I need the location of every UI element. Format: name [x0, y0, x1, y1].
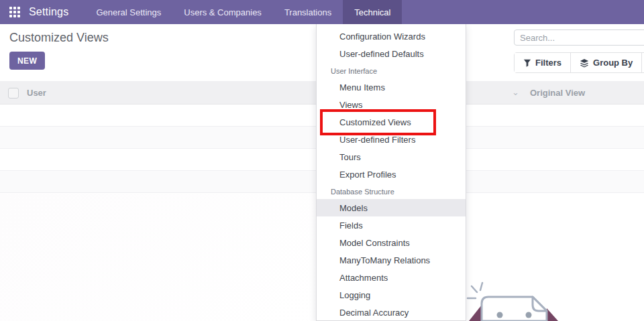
filters-label: Filters	[535, 58, 561, 68]
menu-item-configuration-wizards[interactable]: Configuration Wizards	[317, 27, 466, 45]
column-header-original-view[interactable]: Original View	[530, 81, 585, 105]
page-title: Customized Views	[9, 31, 109, 45]
apps-grid-icon[interactable]	[9, 7, 20, 17]
mascot-eye	[497, 312, 503, 318]
menu-item-export-profiles[interactable]: Export Profiles	[317, 166, 466, 183]
menu-item-manytomany-relations[interactable]: ManyToMany Relations	[317, 251, 466, 269]
group-by-button[interactable]: Group By	[571, 53, 642, 72]
menu-item-attachments[interactable]: Attachments	[317, 269, 466, 286]
nav-menu-general-settings[interactable]: General Settings	[85, 0, 172, 24]
menu-item-user-defined-defaults[interactable]: User-defined Defaults	[317, 45, 466, 62]
mascot-eye	[526, 312, 532, 318]
filter-toolbar: Filters Group By F	[514, 52, 644, 73]
nav-menu-translations[interactable]: Translations	[273, 0, 343, 24]
document-mascot-illustration	[466, 268, 567, 321]
mascot-right-ear	[547, 308, 558, 321]
menu-item-customized-views[interactable]: Customized Views	[317, 113, 466, 131]
mascot-folded-corner	[533, 297, 547, 311]
navbar-menus: General SettingsUsers & CompaniesTransla…	[85, 0, 402, 24]
menu-item-model-constraints[interactable]: Model Constraints	[317, 234, 466, 251]
menu-item-user-defined-filters[interactable]: User-defined Filters	[317, 131, 466, 148]
menu-item-tours[interactable]: Tours	[317, 148, 466, 166]
menu-item-models[interactable]: Models	[317, 199, 466, 216]
menu-section-database-structure: Database Structure	[317, 184, 466, 199]
layers-icon	[580, 58, 589, 68]
column-header-user[interactable]: User	[27, 81, 46, 105]
menu-section-user-interface: User Interface	[317, 64, 466, 78]
app-name[interactable]: Settings	[29, 6, 68, 18]
search-input[interactable]	[514, 29, 644, 46]
menu-item-fields[interactable]: Fields	[317, 216, 466, 234]
new-button[interactable]: NEW	[9, 52, 45, 70]
top-navbar: Settings General SettingsUsers & Compani…	[0, 0, 644, 24]
chevron-down-icon[interactable]: ⌄	[512, 87, 519, 97]
menu-item-logging[interactable]: Logging	[317, 286, 466, 304]
menu-item-menu-items[interactable]: Menu Items	[317, 78, 466, 96]
filters-button[interactable]: Filters	[515, 53, 571, 72]
select-all-checkbox[interactable]	[8, 88, 19, 99]
technical-dropdown: Configuration WizardsUser-defined Defaul…	[316, 24, 466, 321]
filter-funnel-icon	[523, 59, 531, 67]
mascot-left-ear	[469, 305, 482, 321]
nav-menu-technical[interactable]: Technical	[343, 0, 402, 24]
nav-menu-users-companies[interactable]: Users & Companies	[172, 0, 273, 24]
group-by-label: Group By	[593, 58, 633, 68]
menu-item-decimal-accuracy[interactable]: Decimal Accuracy	[317, 304, 466, 321]
menu-item-views[interactable]: Views	[317, 96, 466, 113]
sparkle-lines-icon	[468, 283, 482, 298]
